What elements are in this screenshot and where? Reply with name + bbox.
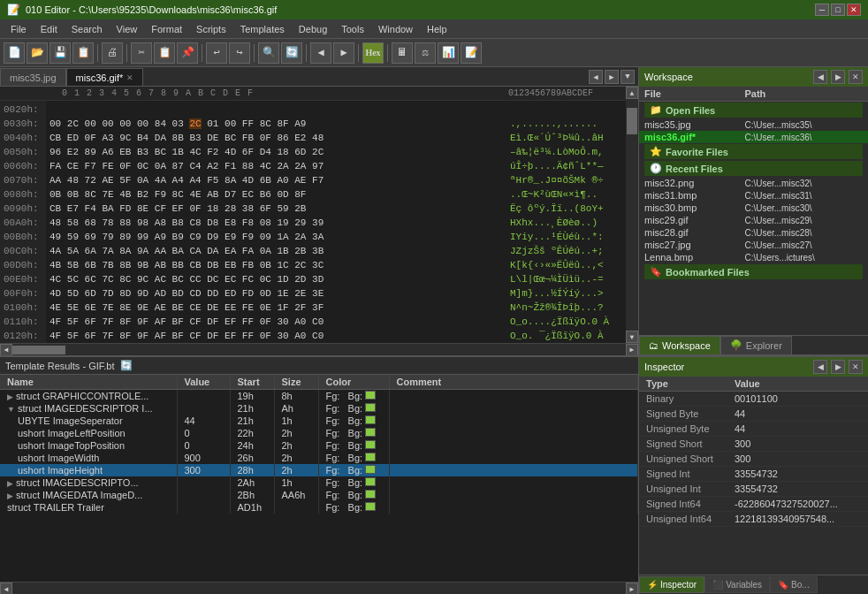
chart-button[interactable]: 📊 bbox=[438, 42, 459, 64]
hscroll-left-arrow[interactable]: ◀ bbox=[0, 344, 12, 356]
tab-prev-arrow[interactable]: ◀ bbox=[589, 70, 603, 84]
open-button[interactable]: 📂 bbox=[27, 42, 48, 64]
copy-button[interactable]: 📋 bbox=[154, 42, 175, 64]
menu-tools[interactable]: Tools bbox=[334, 22, 371, 36]
tab-next-arrow[interactable]: ▶ bbox=[605, 70, 619, 84]
save-button[interactable]: 💾 bbox=[49, 42, 71, 64]
template-hscrollbar[interactable]: ◀ ▶ bbox=[0, 582, 638, 594]
hscroll-right-arrow[interactable]: ▶ bbox=[626, 344, 638, 356]
menu-search[interactable]: Search bbox=[65, 22, 110, 36]
ws-bookmarked-files-label[interactable]: 🔖 Bookmarked Files bbox=[644, 264, 863, 279]
tmpl-start: 2Ah bbox=[230, 476, 274, 489]
tab-explorer[interactable]: 🌳 Explorer bbox=[720, 336, 792, 355]
menu-view[interactable]: View bbox=[110, 22, 145, 36]
tmpl-row-imagedata[interactable]: ▶ struct IMAGEDATA ImageD... 2Bh AA6h Fg… bbox=[0, 489, 638, 501]
undo-button[interactable]: ↩ bbox=[206, 42, 227, 64]
workspace-close[interactable]: ✕ bbox=[849, 70, 863, 84]
addr-row: 0090h: bbox=[4, 202, 42, 216]
menu-file[interactable]: File bbox=[4, 22, 34, 36]
ws-file-misc28[interactable]: misc28.gif C:\User...misc28\ bbox=[639, 226, 868, 239]
ws-section-open: 📁 Open Files bbox=[639, 102, 868, 119]
tmpl-scroll-right[interactable]: ▶ bbox=[626, 583, 638, 594]
ws-file-lenna[interactable]: Lenna.bmp C:\Users...ictures\ bbox=[639, 251, 868, 263]
menu-templates[interactable]: Templates bbox=[233, 22, 292, 36]
template-title: Template Results - GIF.bt bbox=[5, 361, 115, 371]
tmpl-row-imagedesc2[interactable]: ▶ struct IMAGEDESCRIPTO... 2Ah 1h Fg: Bg… bbox=[0, 476, 638, 489]
tmpl-row-imagedescriptor[interactable]: ▼ struct IMAGEDESCRIPTOR I... 21h Ah Fg:… bbox=[0, 402, 638, 415]
ws-fav-files-label[interactable]: ⭐ Favorite Files bbox=[644, 144, 863, 159]
paste-button[interactable]: 📌 bbox=[177, 42, 198, 64]
tab-misc36[interactable]: misc36.gif* ✕ bbox=[66, 68, 144, 86]
maximize-button[interactable]: □ bbox=[831, 4, 845, 16]
new-button[interactable]: 📄 bbox=[4, 42, 25, 64]
ws-file-misc30[interactable]: misc30.bmp C:\User...misc30\ bbox=[639, 202, 868, 214]
calc-button[interactable]: 🖩 bbox=[392, 42, 413, 64]
tmpl-name: ushort ImageHeight bbox=[0, 464, 177, 476]
prev-button[interactable]: ◀ bbox=[310, 42, 331, 64]
replace-button[interactable]: 🔄 bbox=[281, 42, 302, 64]
tab-close-icon[interactable]: ✕ bbox=[126, 73, 133, 82]
ws-recent-files-label[interactable]: 🕐 Recent Files bbox=[644, 161, 863, 176]
template-table[interactable]: Name Value Start Size Color Comment ▶ st… bbox=[0, 375, 638, 582]
folder-icon: 📁 bbox=[650, 104, 662, 116]
ws-file-misc35[interactable]: misc35.jpg C:\User...misc35\ bbox=[639, 118, 868, 131]
hex-ascii-area[interactable]: .,......,...... Eì.Œ«´Úˆ³Þ¼û..âH –â‰¦ë³¼… bbox=[506, 101, 626, 343]
workspace-next[interactable]: ▶ bbox=[831, 70, 845, 84]
tab-misc35[interactable]: misc35.jpg bbox=[0, 68, 66, 86]
tmpl-row-imagesep[interactable]: UBYTE ImageSeperator 44 21h 1h Fg: Bg: bbox=[0, 415, 638, 427]
template-button[interactable]: 📝 bbox=[461, 42, 482, 64]
inspector-next[interactable]: ▶ bbox=[831, 360, 845, 374]
hex-scrollbar[interactable]: ▲ ▼ bbox=[626, 87, 638, 343]
ws-file-misc36[interactable]: misc36.gif* C:\User...misc36\ bbox=[639, 131, 868, 143]
menu-scripts[interactable]: Scripts bbox=[189, 22, 233, 36]
tmpl-scroll-track[interactable] bbox=[12, 583, 626, 591]
hscroll-thumb[interactable] bbox=[12, 346, 65, 354]
ws-file-misc32[interactable]: misc32.png C:\User...misc32\ bbox=[639, 177, 868, 189]
tmpl-row-toppos[interactable]: ushort ImageTopPosition 0 24h 2h Fg: Bg: bbox=[0, 439, 638, 452]
menu-window[interactable]: Window bbox=[371, 22, 420, 36]
tmpl-row-leftpos[interactable]: ushort ImageLeftPosition 0 22h 2h Fg: Bg… bbox=[0, 427, 638, 439]
tmpl-row-height[interactable]: ushort ImageHeight 300 28h 2h Fg: Bg: bbox=[0, 464, 638, 476]
tab-list-arrow[interactable]: ▼ bbox=[621, 70, 635, 84]
tab-workspace[interactable]: 🗂 Workspace bbox=[639, 336, 720, 355]
scroll-track[interactable] bbox=[626, 99, 638, 331]
tmpl-scroll-left[interactable]: ◀ bbox=[0, 583, 12, 594]
tmpl-row-trailer[interactable]: struct TRAILER Trailer AD1h Fg: Bg: bbox=[0, 501, 638, 514]
menu-help[interactable]: Help bbox=[420, 22, 454, 36]
insp-tab-inspector[interactable]: ⚡ Inspector bbox=[639, 576, 704, 593]
hscroll-track[interactable] bbox=[12, 346, 626, 354]
hex-button[interactable]: Hex bbox=[362, 42, 384, 64]
tmpl-row-width[interactable]: ushort ImageWidth 900 26h 2h Fg: Bg: bbox=[0, 452, 638, 464]
insp-tab-variables[interactable]: ⬛ Variables bbox=[704, 576, 770, 593]
hex-bytes-area[interactable]: 00 2C 00 00 00 00 84 03 2C 01 00 FF 8C 8… bbox=[46, 101, 506, 343]
menu-debug[interactable]: Debug bbox=[292, 22, 334, 36]
close-button[interactable]: ✕ bbox=[847, 4, 861, 16]
hex-data-area[interactable]: 0020h: 0030h: 0040h: 0050h: 0060h: 0070h… bbox=[0, 101, 626, 343]
scroll-up-arrow[interactable]: ▲ bbox=[626, 87, 638, 99]
ws-open-files-label[interactable]: 📁 Open Files bbox=[644, 103, 863, 118]
compare-button[interactable]: ⚖ bbox=[415, 42, 436, 64]
menu-edit[interactable]: Edit bbox=[34, 22, 65, 36]
print-button[interactable]: 🖨 bbox=[102, 42, 123, 64]
scroll-down-arrow[interactable]: ▼ bbox=[626, 331, 638, 343]
cut-button[interactable]: ✂ bbox=[131, 42, 152, 64]
ws-file-misc27[interactable]: misc27.jpg C:\User...misc27\ bbox=[639, 239, 868, 251]
ws-file-misc31[interactable]: misc31.bmp C:\User...misc31\ bbox=[639, 189, 868, 202]
minimize-button[interactable]: ─ bbox=[815, 4, 829, 16]
menu-format[interactable]: Format bbox=[144, 22, 189, 36]
workspace-prev[interactable]: ◀ bbox=[813, 70, 827, 84]
ws-file-misc29[interactable]: misc29.gif C:\User...misc29\ bbox=[639, 214, 868, 226]
hex-hscrollbar[interactable]: ◀ ▶ bbox=[0, 343, 638, 355]
next-button[interactable]: ▶ bbox=[333, 42, 354, 64]
save-all-button[interactable]: 📋 bbox=[72, 42, 94, 64]
titlebar-controls[interactable]: ─ □ ✕ bbox=[815, 4, 861, 16]
redo-button[interactable]: ↪ bbox=[229, 42, 250, 64]
inspector-prev[interactable]: ◀ bbox=[813, 360, 827, 374]
insp-tab-bookmarks[interactable]: 🔖 Bo... bbox=[770, 576, 818, 593]
tmpl-value bbox=[177, 501, 230, 514]
tmpl-row-graphiccontrol[interactable]: ▶ struct GRAPHICCONTROLE... 19h 8h Fg: B… bbox=[0, 390, 638, 403]
refresh-icon[interactable]: 🔄 bbox=[120, 360, 133, 371]
search-button[interactable]: 🔍 bbox=[258, 42, 279, 64]
scroll-thumb[interactable] bbox=[627, 108, 637, 134]
inspector-close[interactable]: ✕ bbox=[849, 360, 863, 374]
